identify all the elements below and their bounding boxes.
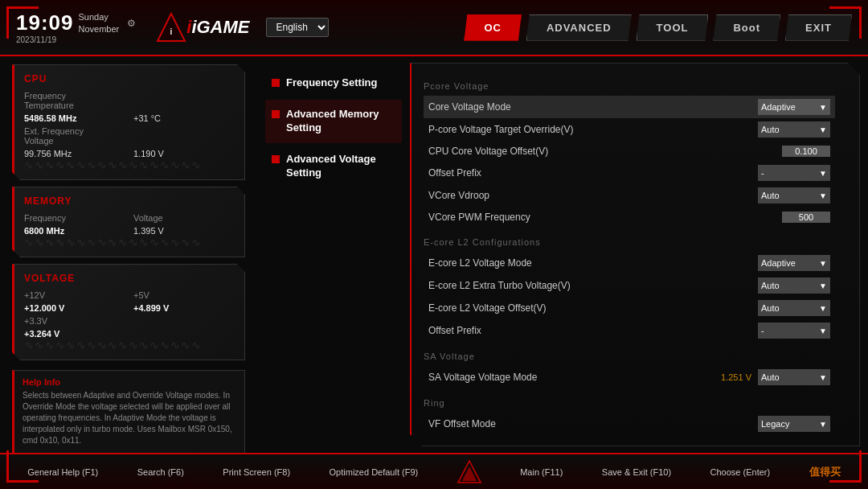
setting-row-ecore-voltage-mode[interactable]: E-core L2 Voltage Mode Adaptive ▼ bbox=[424, 252, 835, 274]
right-panel-scroll[interactable]: Pcore Voltage Core Voltage Mode Adaptive… bbox=[411, 64, 859, 446]
sidebar-dot-advanced-voltage bbox=[272, 155, 280, 163]
memory-card-title: MEMORY bbox=[24, 195, 235, 207]
nav-oc-button[interactable]: OC bbox=[464, 14, 522, 41]
nav-tool-button[interactable]: TOOL bbox=[637, 14, 709, 41]
dropdown-sa-voltage[interactable]: Auto ▼ bbox=[758, 369, 830, 385]
v33-label: +3.3V bbox=[24, 316, 125, 326]
cpu-card: CPU Frequency Temperature 5486.58 MHz +3… bbox=[12, 64, 245, 180]
memory-card: MEMORY Frequency Voltage 6800 MHz 1.395 … bbox=[12, 187, 245, 257]
sidebar-dot-frequency bbox=[272, 79, 280, 87]
dropdown-core-voltage-mode[interactable]: Adaptive ▼ bbox=[758, 99, 830, 115]
settings-icon[interactable]: ⚙ bbox=[127, 18, 136, 29]
dropdown-ecore-offset[interactable]: Auto ▼ bbox=[758, 300, 830, 316]
setting-row-ecore-extra-turbo[interactable]: E-core L2 Extra Turbo Voltage(V) Auto ▼ bbox=[424, 274, 835, 297]
btn-search[interactable]: Search (F6) bbox=[137, 467, 184, 477]
btn-save-exit[interactable]: Save & Exit (F10) bbox=[602, 467, 671, 477]
mem-freq-label: Frequency bbox=[24, 213, 125, 223]
sidebar-item-advanced-voltage[interactable]: Advanced Voltage Setting bbox=[265, 145, 402, 188]
cpu-freq-value: 5486.58 MHz bbox=[24, 113, 125, 123]
mem-wave: ∿∿∿∿∿∿∿∿∿∿∿∿∿∿∿∿∿ bbox=[24, 236, 235, 249]
section-header-ecore: E-core L2 Configurations bbox=[424, 237, 835, 247]
cpu-temp-value: +31 °C bbox=[133, 113, 235, 123]
dropdown-ecore-extra-turbo[interactable]: Auto ▼ bbox=[758, 277, 830, 294]
setting-row-offset-prefix-1[interactable]: Offset Prefix - ▼ bbox=[424, 162, 835, 184]
bottom-bar: General Help (F1) Search (F6) Print Scre… bbox=[0, 453, 868, 489]
help-info: Help Info Selects between Adaptive and O… bbox=[12, 370, 245, 454]
cpu-freq-label: Frequency bbox=[24, 91, 125, 101]
dropdown-vf-offset[interactable]: Legacy ▼ bbox=[758, 416, 830, 432]
nav-buttons: OC ADVANCED TOOL Boot EXIT bbox=[464, 14, 852, 41]
sidebar-label-advanced-voltage: Advanced Voltage Setting bbox=[286, 153, 395, 180]
setting-row-cpu-core-offset[interactable]: CPU Core Voltage Offset(V) 0.100 bbox=[424, 141, 835, 162]
v12-label: +12V bbox=[24, 290, 125, 300]
logo-icon: i bbox=[156, 12, 186, 43]
center-triangle-logo bbox=[457, 460, 481, 484]
sidebar-item-frequency[interactable]: Frequency Setting bbox=[265, 68, 402, 98]
middle-sidebar: Frequency Setting Advanced Memory Settin… bbox=[257, 56, 410, 453]
svg-marker-4 bbox=[462, 466, 477, 481]
v12-value: +12.000 V bbox=[24, 303, 125, 313]
month: November bbox=[79, 23, 120, 35]
svg-text:i: i bbox=[170, 27, 173, 36]
nav-boot-button[interactable]: Boot bbox=[713, 14, 780, 41]
cpu-card-title: CPU bbox=[24, 73, 235, 84]
main-content: CPU Frequency Temperature 5486.58 MHz +3… bbox=[0, 56, 868, 453]
nav-advanced-button[interactable]: ADVANCED bbox=[526, 14, 632, 41]
cpu-voltage-value: 1.190 V bbox=[133, 149, 235, 158]
logo-area: i iiGAME bbox=[156, 12, 249, 43]
v33-value: +3.264 V bbox=[24, 329, 125, 339]
mem-voltage-label: Voltage bbox=[133, 213, 235, 223]
top-bar: 19:09 Sunday November ⚙ 2023/11/19 i iiG… bbox=[0, 0, 868, 56]
voltage-card-title: VOLTAGE bbox=[24, 273, 235, 284]
sa-voltage-value: 1.251 V bbox=[721, 372, 751, 382]
voltage-wave: ∿∿∿∿∿∿∿∿∿∿∿∿∿∿∿∿∿ bbox=[24, 339, 235, 351]
btn-choose[interactable]: Choose (Enter) bbox=[710, 467, 771, 477]
language-selector[interactable]: English bbox=[266, 18, 329, 37]
btn-main[interactable]: Main (F11) bbox=[520, 467, 563, 477]
logo-text: iiGAME bbox=[186, 17, 249, 38]
sidebar-label-frequency: Frequency Setting bbox=[286, 76, 377, 90]
setting-row-offset-prefix-2[interactable]: Offset Prefix - ▼ bbox=[424, 319, 835, 342]
v5-value: +4.899 V bbox=[133, 303, 235, 313]
corner-decoration-bl bbox=[6, 450, 39, 483]
help-title: Help Info bbox=[23, 377, 236, 387]
section-header-sa: SA Voltage bbox=[424, 351, 835, 361]
setting-row-ecore-offset[interactable]: E-core L2 Voltage Offset(V) Auto ▼ bbox=[424, 297, 835, 319]
cpu-voltage-label: Voltage bbox=[24, 136, 125, 146]
voltage-card: VOLTAGE +12V +5V +12.000 V +4.899 V +3.3… bbox=[12, 264, 245, 360]
btn-optimized-default[interactable]: Optimized Default (F9) bbox=[330, 467, 419, 477]
sidebar-label-advanced-memory: Advanced Memory Setting bbox=[286, 108, 395, 135]
dropdown-ecore-voltage-mode[interactable]: Adaptive ▼ bbox=[758, 255, 830, 271]
section-header-pcore: Pcore Voltage bbox=[424, 81, 835, 91]
day-of-week: Sunday bbox=[79, 11, 120, 23]
number-vcore-pwm: 500 bbox=[782, 212, 830, 223]
number-cpu-core-offset: 0.100 bbox=[782, 146, 830, 157]
help-text: Selects between Adaptive and Override Vo… bbox=[23, 390, 236, 446]
dropdown-offset-prefix-1[interactable]: - ▼ bbox=[758, 165, 830, 181]
setting-row-vcore-pwm[interactable]: VCore PWM Frequency 500 bbox=[424, 207, 835, 228]
btn-print-screen[interactable]: Print Screen (F8) bbox=[223, 467, 290, 477]
sidebar-item-advanced-memory[interactable]: Advanced Memory Setting bbox=[265, 100, 402, 143]
setting-row-pcore-target[interactable]: P-core Voltage Target Override(V) Auto ▼ bbox=[424, 118, 835, 141]
section-header-ring: Ring bbox=[424, 398, 835, 408]
mem-voltage-value: 1.395 V bbox=[133, 226, 235, 236]
mem-freq-value: 6800 MHz bbox=[24, 226, 125, 236]
dropdown-offset-prefix-2[interactable]: - ▼ bbox=[758, 323, 830, 339]
left-panel: CPU Frequency Temperature 5486.58 MHz +3… bbox=[0, 56, 257, 453]
cpu-ext-freq-value: 99.756 MHz bbox=[24, 149, 125, 158]
corner-decoration-tr bbox=[829, 6, 862, 39]
dropdown-pcore-target[interactable]: Auto ▼ bbox=[758, 121, 830, 138]
setting-row-vf-offset[interactable]: VF Offset Mode Legacy ▼ bbox=[424, 413, 835, 435]
v5-label: +5V bbox=[133, 290, 235, 300]
right-panel: Pcore Voltage Core Voltage Mode Adaptive… bbox=[410, 63, 860, 446]
corner-decoration-tl bbox=[6, 6, 39, 39]
cpu-wave: ∿∿∿∿∿∿∿∿∿∿∿∿∿∿∿∿∿ bbox=[24, 158, 235, 171]
cpu-temp-label: Temperature bbox=[24, 101, 125, 110]
setting-row-core-voltage-mode[interactable]: Core Voltage Mode Adaptive ▼ bbox=[424, 96, 835, 118]
setting-row-vcore-vdroop[interactable]: VCore Vdroop Auto ▼ bbox=[424, 184, 835, 207]
setting-row-sa-voltage[interactable]: SA Voltage Voltage Mode 1.251 V Auto ▼ bbox=[424, 366, 835, 388]
cpu-ext-freq-label: Ext. Frequency bbox=[24, 126, 125, 136]
sidebar-dot-advanced-memory bbox=[272, 110, 280, 118]
corner-decoration-br bbox=[829, 450, 862, 483]
dropdown-vcore-vdroop[interactable]: Auto ▼ bbox=[758, 187, 830, 203]
